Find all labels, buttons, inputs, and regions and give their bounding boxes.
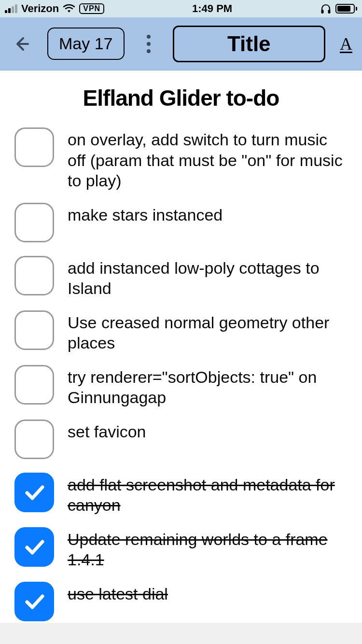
checkmark-icon (22, 589, 46, 614)
text-format-button[interactable]: A (340, 34, 352, 54)
vpn-badge: VPN (79, 3, 104, 14)
checkmark-icon (22, 480, 46, 504)
todo-checkbox[interactable] (14, 256, 54, 295)
bottom-toolbar (0, 623, 362, 644)
battery-icon (335, 4, 357, 14)
back-button[interactable] (10, 32, 33, 56)
svg-rect-1 (328, 10, 331, 14)
status-bar: Verizon VPN 1:49 PM (0, 0, 362, 17)
todo-text[interactable]: add instanced low-poly cottages to Islan… (68, 256, 348, 299)
status-left: Verizon VPN (5, 2, 104, 15)
todo-list: on overlay, add switch to turn music off… (14, 127, 348, 623)
wifi-icon (63, 4, 75, 14)
todo-checkbox[interactable] (14, 365, 54, 405)
todo-text[interactable]: set favicon (68, 420, 146, 442)
status-time: 1:49 PM (192, 2, 232, 15)
todo-checkbox[interactable] (14, 420, 54, 459)
todo-text[interactable]: on overlay, add switch to turn music off… (68, 127, 348, 191)
page-title: Elfland Glider to-do (14, 85, 348, 111)
todo-checkbox[interactable] (14, 527, 54, 567)
title-style-button[interactable]: Title (173, 26, 326, 62)
todo-checkbox[interactable] (14, 582, 54, 621)
todo-text[interactable]: make stars instanced (68, 203, 223, 225)
todo-item: on overlay, add switch to turn music off… (14, 127, 348, 191)
date-picker-button[interactable]: May 17 (47, 28, 125, 60)
more-menu-button[interactable] (139, 35, 158, 53)
todo-checkbox[interactable] (14, 473, 54, 512)
todo-item: use latest dial (14, 582, 348, 623)
carrier-label: Verizon (21, 2, 59, 15)
todo-checkbox[interactable] (14, 310, 54, 350)
todo-item: try renderer="sortObjects: true" on Ginn… (14, 365, 348, 408)
todo-text[interactable]: add flat screenshot and metadata for can… (68, 473, 348, 516)
todo-text[interactable]: Use creased normal geometry other places (68, 310, 348, 353)
todo-item: add instanced low-poly cottages to Islan… (14, 256, 348, 299)
cellular-signal-icon (5, 4, 17, 13)
back-arrow-icon (13, 35, 30, 53)
headphones-icon (320, 3, 332, 14)
todo-item: Use creased normal geometry other places (14, 310, 348, 353)
todo-text[interactable]: Update remaining worlds to a frame 1.4.1 (68, 527, 348, 570)
todo-text[interactable]: use latest dial (68, 582, 168, 604)
todo-item: add flat screenshot and metadata for can… (14, 473, 348, 516)
svg-rect-0 (321, 10, 324, 14)
checkmark-icon (22, 535, 46, 559)
todo-item: Update remaining worlds to a frame 1.4.1 (14, 527, 348, 570)
todo-item: set favicon (14, 420, 348, 461)
todo-text[interactable]: try renderer="sortObjects: true" on Ginn… (68, 365, 348, 408)
status-right (320, 3, 357, 14)
app-toolbar: May 17 Title A (0, 17, 362, 70)
todo-checkbox[interactable] (14, 127, 54, 167)
todo-item: make stars instanced (14, 203, 348, 244)
todo-checkbox[interactable] (14, 203, 54, 242)
note-content: Elfland Glider to-do on overlay, add swi… (0, 70, 362, 623)
